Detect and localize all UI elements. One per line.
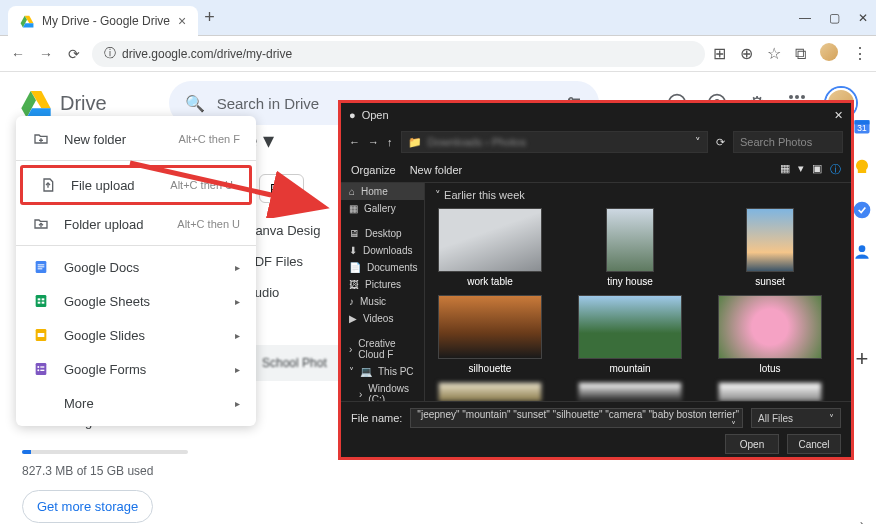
profile-icon[interactable] (820, 43, 838, 65)
side-documents[interactable]: 📄Documents (341, 259, 424, 276)
svg-rect-37 (36, 363, 47, 375)
window-controls: — ▢ ✕ (799, 11, 868, 25)
browser-tab-bar: My Drive - Google Drive × + — ▢ ✕ (0, 0, 876, 36)
maximize-icon[interactable]: ▢ (829, 11, 840, 25)
chevron-down-icon: ▾ (263, 128, 274, 154)
refresh-icon[interactable]: ⟳ (716, 136, 725, 149)
collapse-icon[interactable]: › (860, 516, 865, 524)
translate-icon[interactable]: ⊞ (713, 44, 726, 63)
side-thispc[interactable]: ˅💻This PC (341, 363, 424, 380)
file-thumb[interactable]: silhouette (435, 295, 545, 374)
side-downloads[interactable]: ⬇Downloads (341, 242, 424, 259)
file-thumb[interactable]: tiny house (575, 208, 685, 287)
ctx-google-forms[interactable]: Google Forms ▸ (16, 352, 256, 386)
forward-icon[interactable]: → (368, 136, 379, 148)
file-thumb[interactable] (435, 382, 545, 401)
svg-rect-30 (36, 295, 47, 307)
side-videos[interactable]: ▶Videos (341, 310, 424, 327)
folder-upload-icon (32, 215, 50, 233)
storage-bar (22, 450, 188, 454)
search-placeholder: Search in Drive (217, 95, 320, 112)
extensions-icon[interactable]: ⧉ (795, 45, 806, 63)
side-music[interactable]: ♪Music (341, 293, 424, 310)
open-button[interactable]: Open (725, 434, 779, 454)
new-folder-button[interactable]: New folder (410, 164, 463, 176)
chevron-right-icon: ▸ (235, 330, 240, 341)
ctx-google-docs[interactable]: Google Docs ▸ (16, 250, 256, 284)
chevron-down-icon[interactable]: ˅ (695, 136, 701, 149)
close-window-icon[interactable]: ✕ (858, 11, 868, 25)
side-gallery[interactable]: ▦Gallery (341, 200, 424, 217)
file-thumb[interactable]: work table (435, 208, 545, 287)
svg-rect-34 (42, 302, 45, 304)
ctx-new-folder[interactable]: New folder Alt+C then F (16, 122, 256, 156)
svg-point-17 (801, 95, 805, 99)
forward-icon[interactable]: → (36, 44, 56, 64)
reload-icon[interactable]: ⟳ (64, 44, 84, 64)
file-thumb[interactable]: mountain (575, 295, 685, 374)
svg-text:31: 31 (857, 123, 867, 133)
close-icon[interactable]: × (178, 13, 186, 29)
ctx-google-slides[interactable]: Google Slides ▸ (16, 318, 256, 352)
cancel-button[interactable]: Cancel (787, 434, 841, 454)
browser-tab[interactable]: My Drive - Google Drive × (8, 6, 198, 36)
svg-point-16 (795, 95, 799, 99)
close-icon[interactable]: ✕ (834, 109, 843, 122)
dialog-nav: ← → ↑ 📁 Downloads › Photos ˅ ⟳ Search Ph… (341, 127, 851, 157)
dialog-search[interactable]: Search Photos (733, 131, 843, 153)
chevron-right-icon: ▸ (235, 398, 240, 409)
back-icon[interactable]: ← (349, 136, 360, 148)
svg-rect-41 (40, 370, 44, 371)
calendar-icon[interactable]: 31 (852, 116, 872, 136)
file-thumb[interactable]: lotus (715, 295, 825, 374)
keep-icon[interactable] (852, 158, 872, 178)
contacts-icon[interactable] (852, 242, 872, 262)
svg-rect-39 (40, 366, 44, 367)
filetype-filter[interactable]: All Files˅ (751, 408, 841, 428)
svg-rect-29 (38, 268, 43, 269)
sheets-icon (32, 292, 50, 310)
back-icon[interactable]: ← (8, 44, 28, 64)
svg-point-38 (37, 366, 39, 368)
tab-title: My Drive - Google Drive (42, 14, 170, 28)
chevron-right-icon: ▸ (235, 364, 240, 375)
storage-text: 827.3 MB of 15 GB used (22, 464, 188, 478)
url-input[interactable]: ⓘ drive.google.com/drive/my-drive (92, 41, 705, 67)
side-pictures[interactable]: 🖼Pictures (341, 276, 424, 293)
path-input[interactable]: 📁 Downloads › Photos ˅ (401, 131, 709, 153)
file-thumb[interactable]: sunset (715, 208, 825, 287)
svg-rect-33 (38, 302, 41, 304)
side-creative[interactable]: ›Creative Cloud F (341, 335, 424, 363)
side-home[interactable]: ⌂Home (341, 183, 424, 200)
add-icon[interactable]: + (856, 346, 869, 372)
zoom-icon[interactable]: ⊕ (740, 44, 753, 63)
slides-icon (32, 326, 50, 344)
up-icon[interactable]: ↑ (387, 136, 393, 148)
help-icon[interactable]: ⓘ (830, 162, 841, 177)
minimize-icon[interactable]: — (799, 11, 811, 25)
svg-rect-36 (38, 333, 45, 337)
preview-icon[interactable]: ▣ (812, 162, 822, 177)
view-icon[interactable]: ▦ (780, 162, 790, 177)
side-windows[interactable]: ›Windows (C:) (341, 380, 424, 401)
svg-rect-31 (38, 298, 41, 300)
forms-icon (32, 360, 50, 378)
dialog-file-list: ˅ Earlier this week work table tiny hous… (425, 183, 851, 401)
tasks-icon[interactable] (852, 200, 872, 220)
filename-input[interactable]: "jeepney" "mountain" "sunset" "silhouett… (410, 408, 743, 428)
side-desktop[interactable]: 🖥Desktop (341, 225, 424, 242)
file-thumb[interactable] (715, 382, 825, 401)
drive-logo[interactable]: Drive (20, 87, 107, 119)
star-icon[interactable]: ☆ (767, 44, 781, 63)
file-thumb[interactable] (575, 382, 685, 401)
search-icon: 🔍 (185, 94, 205, 113)
svg-point-15 (789, 95, 793, 99)
organize-menu[interactable]: Organize (351, 164, 396, 176)
new-tab-button[interactable]: + (204, 7, 215, 28)
svg-point-40 (37, 369, 39, 371)
ctx-google-sheets[interactable]: Google Sheets ▸ (16, 284, 256, 318)
view-dropdown-icon[interactable]: ▾ (798, 162, 804, 177)
get-storage-button[interactable]: Get more storage (22, 490, 153, 523)
menu-icon[interactable]: ⋮ (852, 44, 868, 63)
ctx-more[interactable]: More ▸ (16, 386, 256, 420)
